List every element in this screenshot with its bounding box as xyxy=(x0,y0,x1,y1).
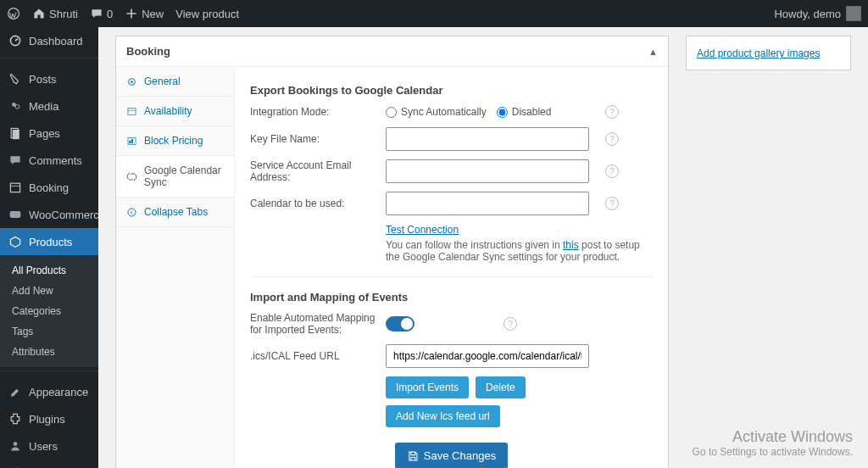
comment-count: 0 xyxy=(107,8,113,20)
svg-rect-15 xyxy=(128,108,136,114)
booking-panel-title: Booking xyxy=(126,45,170,58)
menu-products[interactable]: Products xyxy=(0,228,98,255)
service-email-input[interactable] xyxy=(386,159,589,183)
menu-media[interactable]: Media xyxy=(0,92,98,120)
help-icon[interactable]: ? xyxy=(605,197,619,210)
new-content-button[interactable]: New xyxy=(125,7,164,20)
site-name-label: Shruti xyxy=(49,8,78,20)
enable-mapping-label: Enable Automated Mapping for Imported Ev… xyxy=(250,312,377,336)
radio-sync-auto[interactable]: Sync Automatically xyxy=(386,106,487,118)
submenu-categories[interactable]: Categories xyxy=(0,301,98,321)
export-section-title: Export Bookings to Google Calendar xyxy=(250,84,653,97)
svg-point-19 xyxy=(128,208,136,215)
menu-dashboard[interactable]: Dashboard xyxy=(0,27,98,54)
panel-toggle-icon: ▲ xyxy=(648,47,658,57)
ics-url-input[interactable] xyxy=(386,344,589,368)
svg-rect-17 xyxy=(129,140,131,142)
products-submenu: All Products Add New Categories Tags Att… xyxy=(0,255,98,367)
menu-plugins[interactable]: Plugins xyxy=(0,405,98,432)
svg-point-14 xyxy=(131,81,133,83)
delete-button[interactable]: Delete xyxy=(476,376,526,398)
key-file-label: Key File Name: xyxy=(250,133,377,145)
key-file-input[interactable] xyxy=(386,127,589,151)
comments-link[interactable]: 0 xyxy=(90,7,113,20)
menu-appearance[interactable]: Appearance xyxy=(0,378,98,405)
tab-block-pricing[interactable]: Block Pricing xyxy=(116,126,234,156)
booking-panel: Booking ▲ General Availability Block Pri… xyxy=(115,36,669,468)
menu-booking[interactable]: Booking xyxy=(0,174,98,201)
save-icon xyxy=(407,450,419,462)
main-content: Booking ▲ General Availability Block Pri… xyxy=(98,27,868,468)
booking-tabs: General Availability Block Pricing Googl… xyxy=(116,67,235,468)
menu-posts[interactable]: Posts xyxy=(0,65,98,92)
menu-users[interactable]: Users xyxy=(0,432,98,460)
help-icon[interactable]: ? xyxy=(504,317,517,331)
howdy-label: Howdy, demo xyxy=(774,8,841,20)
import-events-button[interactable]: Import Events xyxy=(386,376,469,398)
calendar-used-input[interactable] xyxy=(386,192,589,215)
help-icon[interactable]: ? xyxy=(605,132,619,146)
enable-mapping-toggle[interactable] xyxy=(386,316,415,332)
menu-tools[interactable]: Tools xyxy=(0,460,98,468)
submenu-add-new[interactable]: Add New xyxy=(0,281,98,301)
booking-panel-header[interactable]: Booking ▲ xyxy=(116,36,668,67)
tab-google-calendar-sync[interactable]: Google Calendar Sync xyxy=(116,156,234,198)
add-gallery-images-link[interactable]: Add product gallery images xyxy=(697,47,820,59)
admin-bar: Shruti 0 New View product Howdy, demo xyxy=(0,0,868,27)
submenu-tags[interactable]: Tags xyxy=(0,321,98,342)
tab-availability[interactable]: Availability xyxy=(116,97,234,126)
menu-woocommerce[interactable]: WooCommerce xyxy=(0,201,98,228)
svg-rect-6 xyxy=(10,183,19,192)
menu-pages[interactable]: Pages xyxy=(0,120,98,147)
help-icon[interactable]: ? xyxy=(605,164,619,178)
tab-collapse[interactable]: Collapse Tabs xyxy=(116,198,234,227)
gcal-form: Export Bookings to Google Calendar Integ… xyxy=(235,67,668,468)
svg-point-3 xyxy=(15,104,19,109)
submenu-attributes[interactable]: Attributes xyxy=(0,342,98,362)
ics-url-label: .ics/ICAL Feed URL xyxy=(250,350,377,362)
wp-logo[interactable] xyxy=(7,7,20,20)
save-changes-button[interactable]: Save Changes xyxy=(395,443,508,468)
new-label: New xyxy=(142,8,164,20)
calendar-used-label: Calendar to be used: xyxy=(250,198,377,209)
site-home-link[interactable]: Shruti xyxy=(32,7,78,20)
submenu-all-products[interactable]: All Products xyxy=(0,260,98,281)
avatar[interactable] xyxy=(846,6,861,21)
help-icon[interactable]: ? xyxy=(605,105,619,119)
admin-sidebar: Dashboard Posts Media Pages Comments Boo… xyxy=(0,27,98,468)
import-section-title: Import and Mapping of Events xyxy=(250,291,653,304)
instructions-link[interactable]: this xyxy=(563,239,579,251)
test-connection-link[interactable]: Test Connection xyxy=(386,224,459,236)
svg-rect-18 xyxy=(131,138,133,142)
tab-general[interactable]: General xyxy=(116,67,234,97)
menu-comments[interactable]: Comments xyxy=(0,147,98,174)
view-product-link[interactable]: View product xyxy=(175,8,239,20)
add-ics-url-button[interactable]: Add New Ics feed url xyxy=(386,405,500,427)
svg-rect-7 xyxy=(10,211,21,218)
product-gallery-metabox: Add product gallery images xyxy=(686,36,851,70)
instructions-text: You can follow the instructions given in… xyxy=(250,239,653,263)
integration-mode-label: Integration Mode: xyxy=(250,106,377,118)
svg-rect-5 xyxy=(13,130,19,139)
howdy-account-link[interactable]: Howdy, demo xyxy=(774,8,841,20)
svg-point-8 xyxy=(14,442,18,446)
service-email-label: Service Account Email Address: xyxy=(250,159,377,183)
radio-disabled[interactable]: Disabled xyxy=(497,106,552,118)
